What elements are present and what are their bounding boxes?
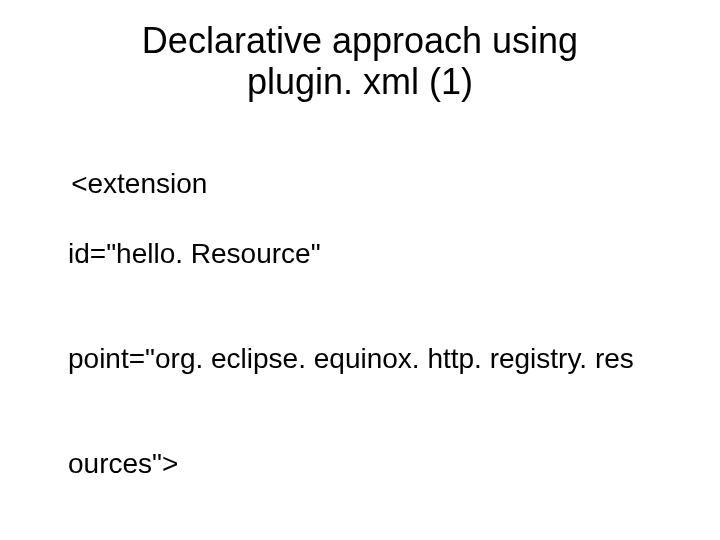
code-line: id="hello. Resource" <box>40 236 680 271</box>
slide: Declarative approach using plugin. xml (… <box>0 0 720 540</box>
slide-title: Declarative approach using plugin. xml (… <box>40 20 680 103</box>
title-line-2: plugin. xml (1) <box>247 61 473 102</box>
code-block: <extension id="hello. Resource" point="o… <box>40 131 680 540</box>
title-line-1: Declarative approach using <box>142 20 578 61</box>
code-line: point="org. eclipse. equinox. http. regi… <box>40 341 680 376</box>
code-line: ources"> <box>40 446 680 481</box>
code-line: <extension <box>71 168 207 199</box>
